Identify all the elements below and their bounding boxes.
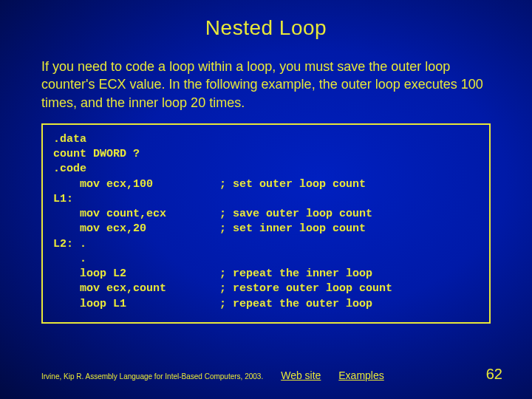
body-paragraph: If you need to code a loop within a loop…: [41, 58, 491, 112]
website-link[interactable]: Web site: [281, 369, 321, 381]
slide: Nested Loop If you need to code a loop w…: [0, 0, 532, 399]
examples-link[interactable]: Examples: [338, 369, 383, 381]
slide-title: Nested Loop: [0, 0, 532, 40]
code-listing: .data count DWORD ? .code mov ecx,100 ; …: [41, 123, 491, 324]
citation-text: Irvine, Kip R. Assembly Language for Int…: [41, 372, 263, 381]
footer-links: Web site Examples: [281, 369, 399, 381]
page-number: 62: [486, 366, 502, 383]
footer: Irvine, Kip R. Assembly Language for Int…: [41, 366, 502, 383]
